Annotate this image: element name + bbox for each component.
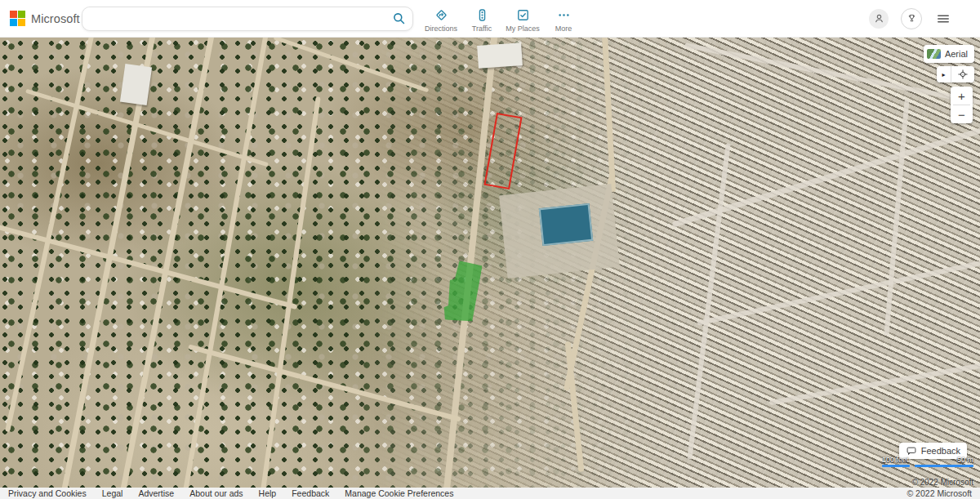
map-toolbar: Directions Traffic My Places More xyxy=(423,4,581,33)
pan-locate-control: ▸ xyxy=(937,66,974,82)
map-canvas[interactable]: Aerial ▸ + − Feedback 100 feet xyxy=(0,38,980,488)
directions-label: Directions xyxy=(425,25,457,33)
footer-links: Privacy and Cookies Legal Advertise Abou… xyxy=(8,488,453,498)
search-button[interactable] xyxy=(385,7,412,30)
speech-bubble-icon xyxy=(906,445,917,457)
scale-imperial-label: 100 feet xyxy=(882,457,910,464)
more-dots-icon xyxy=(555,7,572,24)
zoom-control: + − xyxy=(951,87,973,123)
profile-icon xyxy=(872,11,886,25)
rewards-button[interactable] xyxy=(901,8,922,29)
aerial-label: Aerial xyxy=(945,49,968,59)
map-style-thumbnail-icon xyxy=(927,49,941,59)
my-places-label: My Places xyxy=(506,25,540,33)
footer-link-cookie-prefs[interactable]: Manage Cookie Preferences xyxy=(345,488,453,498)
footer-bar: Privacy and Cookies Legal Advertise Abou… xyxy=(0,488,980,499)
locate-icon xyxy=(957,69,969,80)
expand-controls-button[interactable]: ▸ xyxy=(937,66,951,82)
traffic-label: Traffic xyxy=(472,25,492,33)
more-button[interactable]: More xyxy=(546,4,581,33)
bing-logo[interactable]: Microsoft Bing xyxy=(10,11,75,26)
profile-button[interactable] xyxy=(869,9,889,29)
footer-link-help[interactable]: Help xyxy=(259,488,277,498)
directions-icon xyxy=(433,7,450,24)
zoom-out-button[interactable]: − xyxy=(951,105,973,123)
scale-bar-line xyxy=(915,465,973,467)
traffic-button[interactable]: Traffic xyxy=(464,4,500,33)
aerial-view-toggle[interactable]: Aerial xyxy=(924,45,974,63)
chevron-right-icon: ▸ xyxy=(942,71,945,78)
zoom-in-button[interactable]: + xyxy=(951,87,973,105)
feedback-label: Feedback xyxy=(921,446,960,456)
top-bar: Microsoft Bing Directions Traffi xyxy=(0,0,980,38)
top-bar-right xyxy=(869,8,952,29)
hamburger-menu-icon xyxy=(935,11,951,27)
traffic-light-icon xyxy=(474,7,491,24)
map-scale: 100 feet 50 m xyxy=(882,457,973,467)
map-attribution: © 2022 Microsoft xyxy=(911,478,973,487)
large-white-building xyxy=(477,42,523,69)
scale-metric-label: 50 m xyxy=(957,457,973,464)
footer-copyright: © 2022 Microsoft xyxy=(906,488,972,498)
footer-link-feedback[interactable]: Feedback xyxy=(292,488,329,498)
hamburger-menu-button[interactable] xyxy=(934,10,952,28)
rewards-trophy-icon xyxy=(906,12,918,25)
search-box xyxy=(82,7,413,31)
search-icon xyxy=(391,11,407,26)
microsoft-logo-icon xyxy=(10,11,25,26)
footer-link-about-ads[interactable]: About our ads xyxy=(189,488,243,498)
scale-imperial: 100 feet xyxy=(882,457,910,467)
locate-me-button[interactable] xyxy=(951,66,974,82)
my-places-button[interactable]: My Places xyxy=(505,4,541,33)
scale-metric: 50 m xyxy=(915,457,973,467)
more-label: More xyxy=(555,25,572,33)
search-input[interactable] xyxy=(82,7,385,30)
directions-button[interactable]: Directions xyxy=(423,4,459,33)
my-places-icon xyxy=(514,7,532,24)
scale-bar-line xyxy=(882,465,910,467)
white-building xyxy=(120,64,152,105)
sports-court xyxy=(539,203,593,246)
footer-link-privacy[interactable]: Privacy and Cookies xyxy=(8,488,87,498)
footer-link-legal[interactable]: Legal xyxy=(102,488,123,498)
footer-link-advertise[interactable]: Advertise xyxy=(138,488,174,498)
